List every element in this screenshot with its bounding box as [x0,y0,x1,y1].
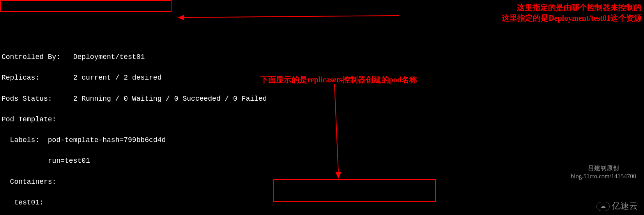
watermark-site-name: 亿速云 [612,200,638,213]
annotation-top: 这里指定的是由哪个控制器来控制的 这里指定的是Deployment/test01… [502,2,642,23]
controlled-by-value: Deployment/test01 [73,53,145,61]
arrow-left-icon [178,14,399,21]
watermark-author: 吕建钊原创 [571,164,636,172]
line-pod-template: Pod Template: [2,114,642,125]
line-controlled-by: Controlled By: Deployment/test01 [2,52,642,62]
svg-marker-1 [178,15,184,20]
annotation-top-line1: 这里指定的是由哪个控制器来控制的 [502,2,642,13]
line-labels-1: Labels: pod-template-hash=799bb6cd4d [2,135,642,146]
watermark-url: blog.51cto.com/14154700 [571,172,636,181]
line-labels-2: run=test01 [2,156,642,166]
svg-line-0 [182,16,399,18]
line-container-name: test01: [2,197,642,208]
watermark-blog: 吕建钊原创 blog.51cto.com/14154700 [571,164,636,181]
line-pods-status: Pods Status: 2 Running / 0 Waiting / 0 S… [2,94,642,104]
annotation-top-line2: 这里指定的是Deployment/test01这个资源 [502,13,642,23]
highlight-box-controlled-by [0,0,172,12]
watermark-site-logo: ☁ 亿速云 [596,200,638,213]
annotation-middle: 下面显示的是replicasets控制器创建的pod名称 [260,74,417,86]
line-containers: Containers: [2,177,642,187]
cloud-icon: ☁ [596,202,610,211]
terminal-output: Controlled By: Deployment/test01 Replica… [0,42,644,215]
controlled-by-label: Controlled By: [2,53,73,61]
